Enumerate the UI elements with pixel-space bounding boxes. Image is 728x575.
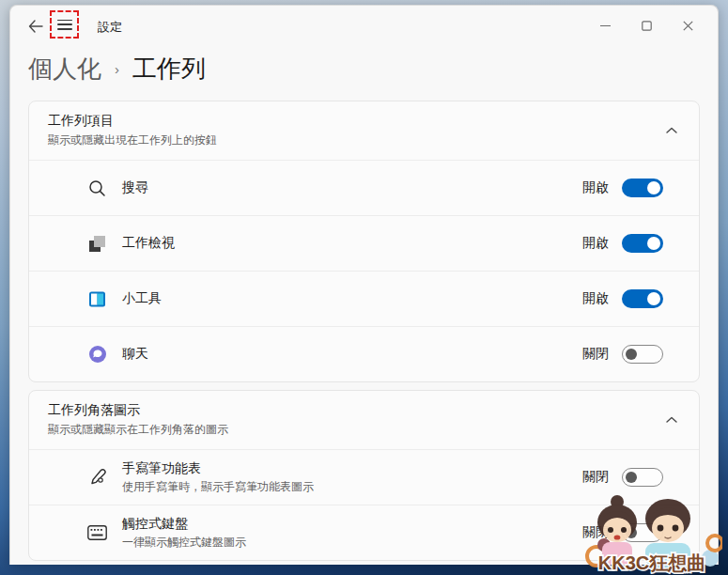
minimize-button[interactable] [584,13,626,38]
touch-keyboard-toggle[interactable] [622,523,663,542]
breadcrumb: 個人化 › 工作列 [28,53,718,85]
touch-keyboard-icon [87,525,107,540]
row-pen-menu: 手寫筆功能表 使用手寫筆時，顯示手寫筆功能表圖示 關閉 [29,449,699,505]
maximize-button[interactable] [626,13,667,38]
toggle-state-label: 開啟 [582,235,609,252]
row-touch-keyboard: 觸控式鍵盤 一律顯示觸控式鍵盤圖示 關閉 [29,505,699,560]
row-label: 小工具 [122,290,162,307]
back-button[interactable] [25,19,46,38]
settings-window: 設定 個人化 › 工作列 工作列項目 顯示或隱藏出現在工作列上的按鈕 [9,5,719,565]
toggle-state-label: 關閉 [582,469,609,486]
close-button[interactable] [667,13,708,38]
row-task-view: 工作檢視 開啟 [29,215,699,271]
section-subtitle: 顯示或隱藏顯示在工作列角落的圖示 [48,422,228,438]
search-toggle[interactable] [622,179,663,197]
toggle-state-label: 開啟 [582,179,609,196]
chevron-up-icon[interactable] [665,413,678,427]
app-title: 設定 [98,19,122,36]
taskbar-corner-icons-header[interactable]: 工作列角落圖示 顯示或隱藏顯示在工作列角落的圖示 [29,391,699,449]
row-label: 工作檢視 [122,235,175,252]
back-arrow-icon [28,20,43,33]
close-icon [683,21,693,31]
taskbar-corner-icons-card: 工作列角落圖示 顯示或隱藏顯示在工作列角落的圖示 手寫筆功能表 使用手寫筆時，顯… [28,390,700,561]
section-subtitle: 顯示或隱藏出現在工作列上的按鈕 [48,132,217,148]
row-label: 觸控式鍵盤 [122,516,246,533]
annotation-red-dashed-box [50,10,79,39]
chevron-up-icon[interactable] [665,124,678,137]
widgets-toggle[interactable] [622,289,663,308]
row-widgets: 小工具 開啟 [29,271,699,326]
toggle-state-label: 關閉 [582,524,609,541]
row-label: 搜尋 [122,179,148,196]
row-description: 使用手寫筆時，顯示手寫筆功能表圖示 [122,479,314,495]
section-title: 工作列角落圖示 [48,402,228,419]
section-title: 工作列項目 [48,113,217,130]
row-label: 手寫筆功能表 [122,460,314,477]
search-icon [87,179,107,197]
row-chat: 聊天 關閉 [29,326,699,381]
row-search: 搜尋 開啟 [29,160,699,215]
toggle-state-label: 關閉 [582,346,609,363]
breadcrumb-personalization[interactable]: 個人化 [28,53,101,85]
page-title: 工作列 [132,53,206,85]
chat-icon [87,345,107,364]
widgets-icon [87,290,107,308]
chat-toggle[interactable] [622,345,663,364]
row-label: 聊天 [122,346,148,363]
task-view-icon [87,235,107,253]
breadcrumb-separator: › [115,61,119,77]
toggle-state-label: 開啟 [582,290,609,307]
pen-icon [87,468,107,487]
pen-menu-toggle[interactable] [622,468,663,487]
hamburger-menu-icon[interactable] [57,20,72,30]
row-description: 一律顯示觸控式鍵盤圖示 [122,535,246,551]
window-controls [584,13,708,38]
maximize-icon [642,21,652,31]
minimize-icon [600,21,611,31]
task-view-toggle[interactable] [622,234,663,253]
taskbar-items-card: 工作列項目 顯示或隱藏出現在工作列上的按鈕 搜尋 開啟 工作檢視 開啟 [28,101,700,382]
taskbar-items-header[interactable]: 工作列項目 顯示或隱藏出現在工作列上的按鈕 [29,101,699,160]
titlebar: 設定 [10,6,718,49]
